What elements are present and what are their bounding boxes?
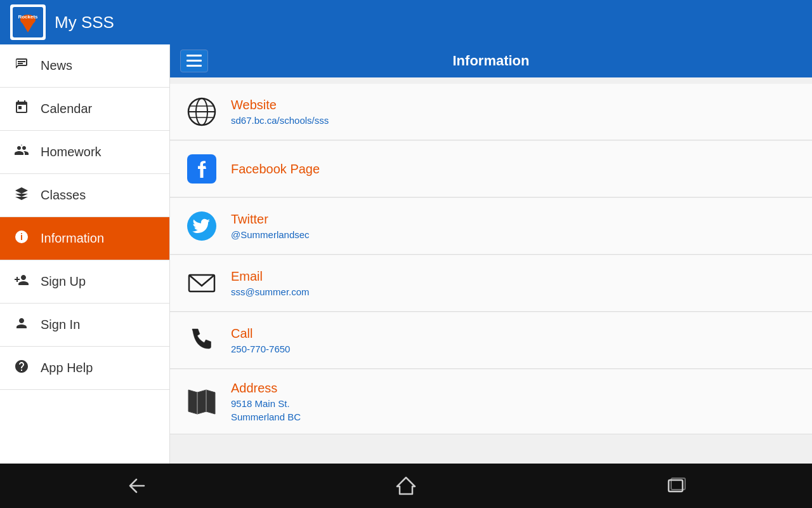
sidebar-label-signup: Sign Up bbox=[41, 274, 86, 289]
information-icon: i bbox=[13, 229, 30, 248]
info-text-email: Email sss@summer.com bbox=[231, 269, 310, 297]
signup-icon bbox=[13, 272, 30, 291]
twitter-label: Twitter bbox=[231, 212, 310, 227]
svg-text:i: i bbox=[20, 232, 23, 242]
app-header: Rockets My SSS bbox=[0, 0, 812, 44]
website-label: Website bbox=[231, 98, 329, 112]
address-line2: Summerland BC bbox=[231, 411, 301, 422]
sidebar-label-calendar: Calendar bbox=[41, 102, 92, 116]
call-sub: 250-770-7650 bbox=[231, 344, 290, 354]
content-title: Information bbox=[217, 53, 802, 69]
main-layout: News Calendar Homework Classes i Informa… bbox=[0, 44, 812, 464]
info-text-website: Website sd67.bc.ca/schools/sss bbox=[231, 98, 329, 126]
website-sub: sd67.bc.ca/schools/sss bbox=[231, 115, 329, 126]
info-item-call[interactable]: Call 250-770-7650 bbox=[170, 312, 812, 369]
svg-text:Rockets: Rockets bbox=[18, 14, 38, 20]
info-text-facebook: Facebook Page bbox=[231, 162, 320, 177]
svg-rect-5 bbox=[18, 63, 23, 64]
info-item-twitter[interactable]: Twitter @Summerlandsec bbox=[170, 198, 812, 255]
app-logo: Rockets bbox=[10, 4, 46, 40]
sidebar: News Calendar Homework Classes i Informa… bbox=[0, 44, 170, 464]
menu-button[interactable] bbox=[180, 50, 208, 72]
email-icon-wrap bbox=[185, 267, 218, 300]
svg-rect-9 bbox=[187, 55, 202, 57]
sidebar-item-news[interactable]: News bbox=[0, 44, 169, 88]
classes-icon bbox=[13, 186, 30, 205]
email-label: Email bbox=[231, 269, 310, 284]
sidebar-item-information[interactable]: i Information bbox=[0, 217, 169, 260]
twitter-sub: @Summerlandsec bbox=[231, 229, 310, 240]
info-item-website[interactable]: Website sd67.bc.ca/schools/sss bbox=[170, 84, 812, 140]
info-item-address[interactable]: Address 9518 Main St. Summerland BC bbox=[170, 370, 812, 434]
svg-rect-10 bbox=[187, 60, 202, 62]
sidebar-item-signin[interactable]: Sign In bbox=[0, 304, 169, 347]
help-icon bbox=[13, 359, 30, 378]
info-item-email[interactable]: Email sss@summer.com bbox=[170, 255, 812, 312]
twitter-icon-wrap bbox=[185, 210, 218, 243]
svg-marker-6 bbox=[15, 187, 28, 194]
sidebar-label-apphelp: App Help bbox=[41, 361, 93, 375]
globe-icon-wrap bbox=[185, 95, 218, 128]
info-text-twitter: Twitter @Summerlandsec bbox=[231, 212, 310, 240]
back-button[interactable] bbox=[110, 470, 160, 502]
sidebar-item-calendar[interactable]: Calendar bbox=[0, 88, 169, 131]
sidebar-item-apphelp[interactable]: App Help bbox=[0, 347, 169, 390]
content-area: Information Website sd67.bc.ca/scho bbox=[170, 44, 812, 464]
map-icon-wrap bbox=[185, 385, 218, 418]
svg-rect-4 bbox=[18, 61, 25, 62]
svg-rect-11 bbox=[187, 65, 202, 67]
sidebar-label-signin: Sign In bbox=[41, 318, 80, 332]
info-text-address: Address 9518 Main St. Summerland BC bbox=[231, 381, 301, 422]
home-button[interactable] bbox=[381, 470, 431, 502]
news-icon bbox=[13, 57, 30, 76]
sidebar-label-classes: Classes bbox=[41, 188, 86, 203]
address-line1: 9518 Main St. bbox=[231, 398, 301, 409]
sidebar-label-homework: Homework bbox=[41, 145, 102, 159]
calendar-icon bbox=[13, 100, 30, 119]
call-label: Call bbox=[231, 326, 290, 341]
content-header: Information bbox=[170, 44, 812, 77]
svg-marker-20 bbox=[188, 390, 215, 414]
address-label: Address bbox=[231, 381, 301, 396]
svg-marker-23 bbox=[397, 478, 415, 494]
email-sub: sss@summer.com bbox=[231, 286, 310, 297]
info-list: Website sd67.bc.ca/schools/sss Facebook … bbox=[170, 77, 812, 464]
phone-icon-wrap bbox=[185, 324, 218, 357]
signin-icon bbox=[13, 316, 30, 335]
facebook-icon-wrap bbox=[185, 152, 218, 185]
homework-icon bbox=[13, 143, 30, 162]
recents-button[interactable] bbox=[652, 470, 702, 502]
info-text-call: Call 250-770-7650 bbox=[231, 326, 290, 354]
sidebar-label-news: News bbox=[41, 58, 72, 73]
sidebar-label-information: Information bbox=[41, 231, 104, 246]
bottom-nav-bar bbox=[0, 464, 812, 508]
app-title: My SSS bbox=[55, 13, 114, 32]
facebook-label: Facebook Page bbox=[231, 162, 320, 177]
info-item-facebook[interactable]: Facebook Page bbox=[170, 141, 812, 197]
sidebar-item-classes[interactable]: Classes bbox=[0, 174, 169, 217]
sidebar-item-signup[interactable]: Sign Up bbox=[0, 260, 169, 304]
sidebar-item-homework[interactable]: Homework bbox=[0, 131, 169, 174]
